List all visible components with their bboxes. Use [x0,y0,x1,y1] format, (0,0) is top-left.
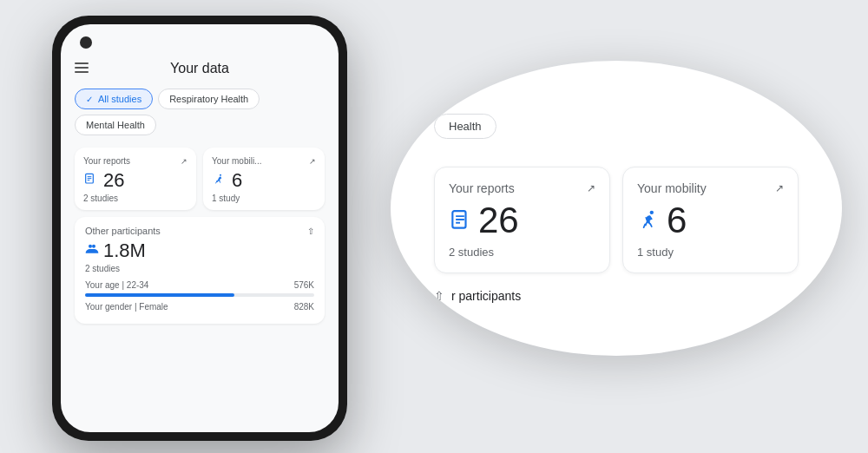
participants-title: Other participants [85,226,161,236]
magnified-tab[interactable]: Health [434,114,496,139]
stats-cards-row: Your reports ↗ [61,141,339,217]
filter-chips-container: ✓ All studies Respiratory Health Mental … [61,83,339,141]
magnified-mobility-header: Your mobility ↗ [637,181,784,195]
mobility-label: 1 study [212,194,316,203]
app-title: Your data [170,61,229,76]
report-icon [83,173,99,188]
participants-value-row: 1.8M [85,240,314,262]
chip-respiratory[interactable]: Respiratory Health [158,89,260,109]
reports-label: 2 studies [83,194,187,203]
participants-strip-share-icon: ⇧ [434,289,444,303]
mobility-card-title: Your mobili... [212,156,261,166]
magnified-mobility-value-row: 6 [637,202,784,239]
svg-point-4 [220,174,221,176]
magnified-mobility-card[interactable]: Your mobility ↗ 6 [622,167,799,273]
participants-card[interactable]: Other participants ⇧ 1.8M [75,217,325,324]
reports-card-header: Your reports ↗ [83,156,187,166]
phone-content: Your data ✓ All studies Respiratory Heal… [61,24,339,432]
chip-mental[interactable]: Mental Health [75,115,156,135]
magnified-report-icon [449,209,471,232]
magnified-mobility-sublabel: 1 study [637,246,784,259]
magnified-reports-card[interactable]: Your reports ↗ 26 [434,167,610,273]
reports-expand-icon[interactable]: ↗ [181,157,187,166]
magnified-reports-header: Your reports ↗ [449,181,595,195]
phone-device: Your data ✓ All studies Respiratory Heal… [52,16,347,441]
phone-screen: Your data ✓ All studies Respiratory Heal… [61,24,339,432]
magnified-mobility-expand-icon[interactable]: ↗ [775,182,784,194]
svg-point-6 [92,245,95,248]
reports-number: 26 [103,169,124,192]
svg-point-5 [89,245,92,248]
mobility-card[interactable]: Your mobili... ↗ [203,148,325,210]
age-value: 576K [294,280,314,290]
participants-strip-text: r participants [451,289,521,303]
magnified-mobility-title: Your mobility [637,181,707,195]
gender-value: 828K [294,302,314,312]
age-progress-bg [85,293,314,297]
participants-number: 1.8M [103,240,146,262]
magnified-tab-row: Health [434,114,799,153]
magnified-reports-title: Your reports [449,181,515,195]
mobility-value-row: 6 [212,169,316,192]
running-icon [212,173,227,188]
magnified-reports-value-row: 26 [449,202,595,239]
chip-all-studies-label: All studies [98,94,141,104]
gender-stat-row: Your gender | Female 828K [85,302,314,312]
magnified-cards: Your reports ↗ 26 [434,167,799,273]
gender-label: Your gender | Female [85,302,168,312]
chip-respiratory-label: Respiratory Health [169,94,248,104]
mobility-number: 6 [232,169,242,192]
magnified-content: Health Your reports ↗ [434,114,799,303]
hamburger-icon[interactable] [75,62,89,73]
participants-card-header: Other participants ⇧ [85,226,314,236]
participants-icon [85,242,99,259]
reports-card-title: Your reports [83,156,130,166]
magnified-running-icon [637,209,660,232]
magnified-reports-number: 26 [478,202,519,239]
age-label: Your age | 22-34 [85,280,148,290]
svg-point-11 [650,211,654,214]
age-stat-row: Your age | 22-34 576K [85,280,314,290]
reports-card[interactable]: Your reports ↗ [75,148,196,210]
magnified-reports-sublabel: 2 studies [449,246,595,259]
age-progress-fill [85,293,234,297]
magnified-mobility-number: 6 [667,202,687,239]
chip-all-studies[interactable]: ✓ All studies [75,89,153,109]
front-camera [80,36,92,49]
scene: Your data ✓ All studies Respiratory Heal… [0,0,868,453]
app-header: Your data [61,24,339,83]
mobility-expand-icon[interactable]: ↗ [309,157,316,166]
check-icon: ✓ [86,95,95,103]
participants-sublabel: 2 studies [85,264,314,273]
reports-value-row: 26 [83,169,187,192]
magnified-oval: Health Your reports ↗ [391,61,842,356]
mobility-card-header: Your mobili... ↗ [212,156,316,166]
magnified-reports-expand-icon[interactable]: ↗ [587,182,595,194]
chip-mental-label: Mental Health [86,120,145,130]
share-icon[interactable]: ⇧ [307,226,314,236]
participants-strip: ⇧ r participants [434,289,799,303]
